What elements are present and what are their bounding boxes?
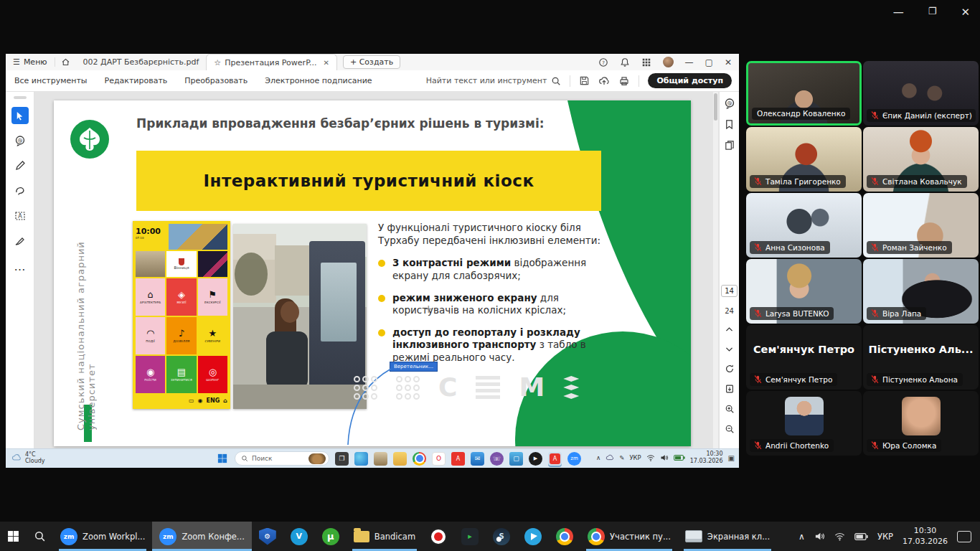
more-tools-button[interactable]: …: [11, 258, 29, 275]
rotate-page-icon[interactable]: [725, 364, 735, 374]
onedrive-cloud-icon[interactable]: [606, 453, 614, 462]
menu-all-tools[interactable]: Все инструменты: [6, 76, 96, 85]
participant-tile[interactable]: Світлана Ковальчук: [863, 127, 979, 192]
participant-tile[interactable]: Таміла Григоренко: [746, 127, 862, 192]
participant-tile[interactable]: Larysa BUTENKO: [746, 259, 862, 324]
taskbar-zoom-workplace[interactable]: zm Zoom Workpl...: [53, 522, 152, 551]
windows-search-box[interactable]: Поиск: [235, 451, 329, 466]
menu-esign[interactable]: Электронное подписание: [256, 76, 380, 85]
file-explorer-icon[interactable]: [393, 452, 407, 466]
viber-icon[interactable]: ☏: [490, 452, 504, 466]
participant-tile[interactable]: Єпик Даниіл (експерт): [863, 61, 979, 126]
menu-edit[interactable]: Редактировать: [96, 76, 176, 85]
previous-page-icon[interactable]: [725, 325, 734, 334]
taskbar-chrome-participant-window[interactable]: Участник пу...: [580, 522, 678, 551]
clock-widget[interactable]: 10:30 17.03.2026: [690, 451, 723, 465]
acrobat-minimize-icon[interactable]: —: [685, 57, 694, 67]
start-button-inner[interactable]: [215, 452, 229, 466]
fill-sign-tool-button[interactable]: [11, 232, 29, 250]
zoom-out-icon[interactable]: [725, 424, 735, 434]
participant-tile[interactable]: Пістуненко Аль... Пістуненко Альона: [863, 325, 979, 390]
comment-tool-button[interactable]: [11, 132, 29, 149]
opera-icon[interactable]: O: [432, 452, 446, 466]
add-text-tool-button[interactable]: [11, 207, 29, 225]
participant-tile[interactable]: Роман Зайченко: [863, 193, 979, 258]
page-thumbnails-icon[interactable]: [724, 140, 735, 151]
find-text-button[interactable]: Найти текст или инструмент: [426, 76, 562, 86]
apps-grid-icon[interactable]: [641, 57, 651, 67]
weather-widget[interactable]: 4°C Cloudy: [11, 451, 45, 464]
notifications-bell-icon[interactable]: [620, 57, 630, 67]
tray-chevron-icon[interactable]: ∧: [798, 532, 805, 542]
start-button[interactable]: [0, 522, 27, 551]
speaker-icon[interactable]: [660, 453, 669, 462]
taskbar-steam[interactable]: S: [486, 522, 517, 551]
edge-browser-icon[interactable]: [354, 452, 368, 466]
page-number-input[interactable]: 14: [721, 285, 738, 297]
taskbar-defender[interactable]: ⚙: [252, 522, 283, 551]
minimize-icon[interactable]: —: [893, 6, 904, 19]
language-indicator[interactable]: УКР: [877, 532, 893, 542]
share-access-button[interactable]: Общий доступ: [648, 73, 732, 88]
photos-app-icon[interactable]: [374, 452, 387, 466]
media-player-icon[interactable]: ▶: [529, 452, 542, 466]
speaker-icon[interactable]: [814, 531, 825, 542]
home-button[interactable]: [55, 57, 76, 67]
wifi-icon[interactable]: [834, 531, 845, 542]
fit-page-icon[interactable]: [725, 384, 735, 394]
menu-convert[interactable]: Преобразовать: [176, 76, 256, 85]
participant-tile[interactable]: Анна Сизонова: [746, 193, 862, 258]
clock-widget[interactable]: 10:30 17.03.2026: [903, 526, 948, 547]
participant-tile[interactable]: Юра Соломка: [863, 391, 979, 456]
taskbar-search-button[interactable]: [27, 522, 53, 551]
acrobat-close-icon[interactable]: ✕: [725, 57, 732, 67]
document-scrollbar[interactable]: [713, 92, 718, 448]
battery-icon[interactable]: [854, 532, 868, 541]
taskbar-zoom-meeting-active[interactable]: zm Zoom Конфе...: [152, 522, 251, 551]
mail-app-icon[interactable]: ✉: [471, 452, 484, 466]
taskbar-onscreen-keyboard[interactable]: Экранная кл...: [678, 522, 777, 551]
taskbar-chrome[interactable]: [549, 522, 580, 551]
participant-tile[interactable]: Олександр Коваленко: [746, 61, 862, 126]
language-indicator[interactable]: УКР: [629, 454, 641, 461]
account-avatar[interactable]: [663, 57, 674, 67]
acrobat-maximize-icon[interactable]: ▢: [705, 57, 713, 67]
save-icon[interactable]: [579, 75, 590, 86]
taskbar-bandicam[interactable]: Bandicam: [347, 522, 423, 551]
participant-tile[interactable]: Andrii Chortenko: [746, 391, 862, 456]
next-page-icon[interactable]: [725, 344, 734, 354]
notification-center-icon[interactable]: ▣: [728, 454, 735, 462]
taskbar-vpn-shield[interactable]: V: [283, 522, 315, 551]
tab-document-1[interactable]: 002 ДАРТ Безбарєрність.pdf: [76, 54, 207, 70]
wifi-icon[interactable]: [646, 453, 655, 462]
tab-close-icon[interactable]: ✕: [324, 59, 329, 67]
tab-document-2-active[interactable]: ☆ Презентация PowerP... ✕: [206, 54, 337, 70]
acrobat-active-taskbar-icon[interactable]: A: [548, 452, 562, 466]
zoom-app-icon[interactable]: zm: [567, 452, 581, 466]
acrobat-menu-button[interactable]: ☰ Меню: [6, 57, 55, 67]
display-app-icon[interactable]: ▢: [509, 452, 523, 466]
pen-icon[interactable]: ✎: [619, 454, 624, 461]
zoom-in-icon[interactable]: [725, 404, 735, 414]
participant-tile[interactable]: Віра Лапа: [863, 259, 979, 324]
help-icon[interactable]: [598, 57, 608, 67]
select-tool-button[interactable]: [11, 107, 29, 124]
tray-chevron-icon[interactable]: ∧: [596, 454, 600, 461]
taskbar-utorrent[interactable]: µ: [315, 522, 347, 551]
bookmarks-panel-icon[interactable]: [724, 119, 735, 130]
print-icon[interactable]: [618, 75, 630, 87]
maximize-icon[interactable]: ❐: [928, 6, 937, 19]
rail-grip[interactable]: [14, 96, 27, 99]
task-view-button[interactable]: ❐: [335, 452, 349, 466]
acrobat-icon[interactable]: A: [451, 452, 465, 466]
taskbar-video-editor[interactable]: ▸: [454, 522, 486, 551]
share-upload-icon[interactable]: [598, 75, 610, 87]
comments-panel-icon[interactable]: [724, 98, 735, 109]
battery-icon[interactable]: [674, 454, 685, 461]
highlight-tool-button[interactable]: [11, 157, 29, 174]
draw-tool-button[interactable]: [11, 182, 29, 199]
taskbar-telegram[interactable]: [517, 522, 549, 551]
taskbar-record[interactable]: [423, 522, 454, 551]
close-icon[interactable]: ✕: [961, 6, 970, 19]
create-button[interactable]: + Создать: [343, 55, 400, 69]
